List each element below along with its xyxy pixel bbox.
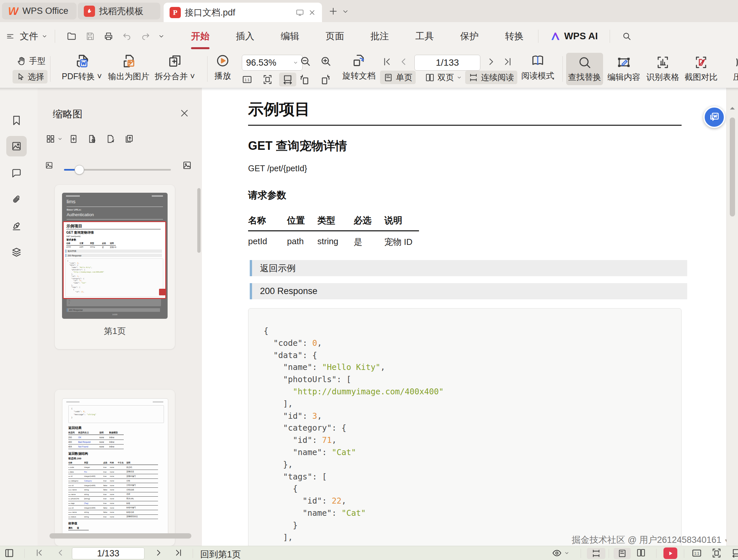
back-to-first-link[interactable]: 回到第1页 [200, 548, 241, 560]
menu-search-icon[interactable] [622, 31, 632, 41]
fit-page-button[interactable] [260, 73, 275, 86]
recognize-table-button[interactable]: 识别表格 [644, 53, 682, 85]
status-play-button[interactable] [664, 547, 677, 559]
view-visibility-button[interactable] [551, 548, 570, 558]
select-tool-button[interactable]: 选择 [13, 70, 47, 83]
rotate-document-label: 旋转文档 [342, 70, 375, 81]
rotate-left-icon[interactable] [299, 74, 311, 86]
read-mode-button[interactable]: 阅读模式 [519, 53, 556, 81]
find-replace-button[interactable]: 查找替换 [566, 53, 603, 85]
hand-tool-button[interactable]: 手型 [13, 54, 49, 68]
tab-list-chevron-icon[interactable] [342, 8, 349, 15]
main-scrollbar[interactable] [726, 88, 738, 546]
menu-item-页面[interactable]: 页面 [322, 30, 347, 43]
actual-size-button[interactable]: 1:1 [240, 73, 254, 86]
thumbnails-tab-button[interactable] [6, 136, 27, 157]
tab-wps-home[interactable]: W WPS Office [2, 3, 76, 19]
menu-item-插入[interactable]: 插入 [233, 30, 258, 43]
layout-grid-button[interactable] [45, 134, 63, 144]
rotate-document-button[interactable]: 旋转文档 [340, 53, 378, 81]
pdf-convert-button[interactable]: PDF转换 ˅ [59, 53, 105, 82]
history-chevron-icon[interactable] [158, 33, 164, 40]
scroll-up-arrow-icon[interactable] [729, 105, 736, 111]
file-chevron-icon[interactable] [42, 33, 47, 39]
monitor-icon[interactable] [296, 8, 304, 17]
bookmarks-tab-button[interactable] [6, 110, 27, 131]
status-continuous-button[interactable] [587, 548, 605, 559]
save-icon[interactable] [85, 31, 95, 41]
layers-tab-button[interactable] [6, 242, 27, 263]
tab-home-label: WPS Office [22, 6, 68, 16]
split-merge-button[interactable]: 拆分合并 ˅ [150, 53, 200, 82]
last-page-icon[interactable] [502, 56, 513, 67]
delete-page-button[interactable] [87, 134, 97, 144]
panel-horizontal-scrollbar[interactable] [49, 533, 192, 539]
zoom-level-dropdown[interactable]: 96.53% [242, 55, 303, 71]
screenshot-compare-button[interactable]: 截图对比 [682, 53, 720, 85]
single-page-button[interactable]: 单页 [380, 71, 416, 84]
pdf-to-word-fab[interactable] [703, 106, 725, 128]
extract-page-button[interactable] [124, 134, 134, 144]
first-page-icon[interactable] [381, 56, 393, 67]
status-next-page-button[interactable] [154, 548, 163, 558]
menu-item-批注[interactable]: 批注 [367, 30, 392, 43]
replace-page-button[interactable] [105, 134, 115, 144]
hamburger-icon[interactable] [6, 32, 15, 41]
status-double-page-button[interactable] [636, 548, 646, 558]
status-fit-page-button[interactable] [711, 548, 722, 558]
fit-width-button[interactable] [279, 73, 296, 86]
print-icon[interactable] [103, 31, 113, 41]
menu-item-保护[interactable]: 保护 [457, 30, 482, 43]
new-tab-plus-icon[interactable] [329, 7, 338, 16]
status-first-page-button[interactable] [34, 548, 44, 558]
scrollbar-thumb[interactable] [730, 117, 735, 217]
zoom-out-icon[interactable] [300, 55, 311, 67]
edit-content-button[interactable]: 编辑内容 [605, 53, 643, 85]
menu-file[interactable]: 文件 [16, 30, 42, 43]
menu-item-工具[interactable]: 工具 [412, 30, 437, 43]
cell: 宠物 ID [384, 236, 457, 248]
thumbnail-page-1[interactable]: lims Base URLs: Authentication 示例项目 GET … [55, 185, 175, 349]
next-page-icon[interactable] [486, 56, 497, 67]
wps-ai-button[interactable]: WPS AI [549, 31, 598, 42]
toggle-sidebar-button[interactable] [4, 548, 15, 558]
menu-item-编辑[interactable]: 编辑 [278, 30, 303, 43]
thumbnail-smaller-icon[interactable] [45, 161, 53, 170]
tab-docer[interactable]: 找稻壳模板 [78, 3, 160, 19]
watermark-caret-icon[interactable]: ▼ [724, 538, 726, 544]
page-indicator-box[interactable]: 1/133 [414, 55, 480, 71]
undo-icon[interactable] [122, 31, 132, 41]
double-page-button[interactable]: 双页 [422, 71, 465, 84]
export-image-button[interactable]: 输出为图片 [102, 53, 155, 82]
menu-item-转换[interactable]: 转换 [502, 30, 527, 43]
thumbnail-larger-icon[interactable] [182, 161, 192, 170]
add-page-button[interactable] [69, 134, 78, 144]
open-folder-icon[interactable] [67, 31, 76, 41]
compress-button[interactable]: 压缩 [723, 53, 738, 85]
panel-close-icon[interactable] [179, 108, 190, 118]
attachments-tab-button[interactable] [6, 190, 27, 210]
rotate-right-icon[interactable] [319, 74, 331, 86]
page1-region-handle[interactable] [159, 289, 166, 295]
menu-item-开始[interactable]: 开始 [188, 30, 213, 43]
play-button[interactable]: 播放 [209, 53, 237, 81]
close-tab-icon[interactable] [308, 9, 316, 16]
export-image-label: 输出为图片 [108, 71, 149, 82]
status-last-page-button[interactable] [173, 548, 183, 558]
panel-vertical-scrollbar[interactable] [197, 188, 201, 253]
signature-tab-button[interactable] [6, 216, 27, 236]
zoom-in-icon[interactable] [320, 55, 332, 67]
status-single-page-button[interactable] [614, 548, 631, 559]
doc-endpoint: GET /pet/{petId} [248, 164, 307, 173]
comments-tab-button[interactable] [6, 163, 27, 184]
slider-thumb[interactable] [74, 165, 84, 175]
tab-document[interactable]: P 接口文档.pdf [163, 3, 322, 22]
status-prev-page-button[interactable] [55, 548, 65, 558]
status-fit-width-button[interactable] [731, 548, 738, 558]
thumbnail-page-2[interactable]: { "code": 0, "message": "string"} 返回结果 状… [55, 390, 175, 546]
status-page-indicator-box[interactable]: 1/133 [72, 547, 144, 559]
continuous-read-button[interactable]: 连续阅读 [465, 71, 517, 84]
prev-page-icon[interactable] [398, 56, 409, 67]
redo-icon[interactable] [140, 31, 150, 41]
status-actual-size-button[interactable]: 1:1 [692, 548, 702, 558]
